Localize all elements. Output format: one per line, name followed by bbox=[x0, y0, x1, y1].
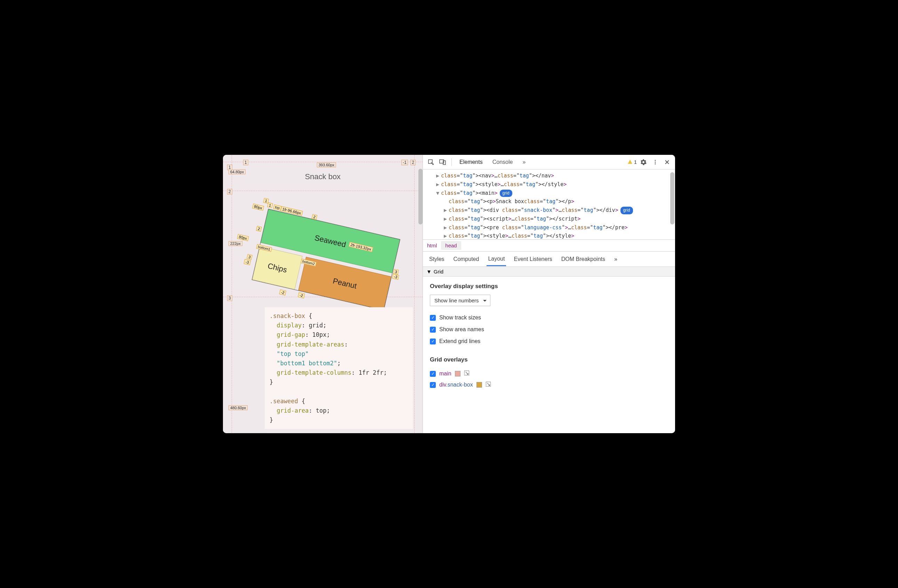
breadcrumb: html head bbox=[423, 240, 675, 252]
preview-scrollbar[interactable] bbox=[418, 169, 423, 225]
reveal-icon[interactable] bbox=[464, 370, 469, 377]
tree-node[interactable]: ▶class="tag"><style>…class="tag"></style… bbox=[423, 232, 675, 240]
overlay-row-main: ✓ main bbox=[430, 368, 668, 379]
grid-line-number: 3 bbox=[247, 254, 252, 260]
subtab-layout[interactable]: Layout bbox=[487, 252, 506, 266]
overlay-row-snack-box: ✓ div.snack-box bbox=[430, 379, 668, 390]
grid-section-body: Overlay display settings Show line numbe… bbox=[423, 277, 675, 397]
grid-line-number: 2 bbox=[227, 189, 232, 194]
crumb-html[interactable]: html bbox=[423, 241, 441, 250]
subtab-styles[interactable]: Styles bbox=[428, 253, 446, 265]
tree-node[interactable]: ▶class="tag"><script>…class="tag"></scri… bbox=[423, 215, 675, 223]
overlay-label[interactable]: div.snack-box bbox=[439, 382, 473, 388]
grid-line-number: -2 bbox=[298, 292, 304, 299]
color-swatch[interactable] bbox=[477, 382, 482, 388]
grid-measure: 480.60px bbox=[229, 405, 248, 410]
grid-measure: 222px bbox=[229, 241, 242, 246]
grid-line-number: 2 bbox=[411, 160, 416, 165]
grid-line-number: 1 bbox=[243, 160, 248, 165]
grid-measure: 393.60px bbox=[317, 163, 336, 167]
subtab-event-listeners[interactable]: Event Listeners bbox=[512, 253, 554, 265]
styles-subtabs: Styles Computed Layout Event Listeners D… bbox=[423, 252, 675, 267]
inspect-icon[interactable] bbox=[426, 157, 436, 167]
tree-node[interactable]: ▶class="tag"><div class="snack-box">…cla… bbox=[423, 206, 675, 215]
tree-node[interactable]: class="tag"><p>Snack boxclass="tag"></p> bbox=[423, 197, 675, 206]
grid-area-label: top bbox=[273, 205, 281, 211]
warning-count: 1 bbox=[634, 159, 637, 165]
page-preview: 1 -1 2 1 2 3 393.60px 64.80px 222px 480.… bbox=[223, 155, 423, 433]
grid-line-number: 3 bbox=[227, 296, 232, 301]
grid-section-header[interactable]: ▼ Grid bbox=[423, 267, 675, 277]
grid-measure: 80px bbox=[252, 203, 264, 211]
svg-point-3 bbox=[655, 160, 656, 161]
overlay-label[interactable]: main bbox=[439, 371, 451, 377]
section-title: Grid bbox=[434, 269, 443, 274]
devtools-panel: Elements Console » 1 ▶class="tag"><nav>…… bbox=[423, 155, 675, 433]
checkbox-icon: ✓ bbox=[430, 327, 436, 332]
tab-elements[interactable]: Elements bbox=[455, 157, 487, 167]
devtools-toolbar: Elements Console » 1 bbox=[423, 155, 675, 169]
grid-line-number: -1 bbox=[401, 160, 408, 165]
grid-line-number: 2 bbox=[312, 214, 318, 220]
warning-badge[interactable]: 1 bbox=[627, 159, 637, 165]
snack-box-grid: Seaweed Chips Peanut 1 1 top 1fr·96.66px… bbox=[252, 209, 400, 310]
css-code-block: .snack-box { display: grid; grid-gap: 10… bbox=[264, 307, 413, 429]
tab-more[interactable]: » bbox=[518, 157, 530, 167]
checkbox-icon: ✓ bbox=[430, 315, 436, 321]
grid-overlays-heading: Grid overlays bbox=[430, 356, 668, 363]
tree-node[interactable]: ▶class="tag"><style>…class="tag"></style… bbox=[423, 180, 675, 189]
check-label: Show track sizes bbox=[439, 314, 481, 321]
subtab-more[interactable]: » bbox=[613, 253, 619, 265]
subtab-computed[interactable]: Computed bbox=[452, 253, 481, 265]
reveal-icon[interactable] bbox=[486, 381, 491, 388]
svg-point-4 bbox=[655, 162, 656, 163]
check-label: Extend grid lines bbox=[439, 338, 480, 345]
kebab-menu-icon[interactable] bbox=[650, 157, 660, 167]
tree-node[interactable]: ▶class="tag"><nav>…class="tag"></nav> bbox=[423, 171, 675, 180]
device-toggle-icon[interactable] bbox=[438, 157, 448, 167]
page-title: Snack box bbox=[305, 172, 341, 181]
grid-line-number: -3 bbox=[392, 274, 399, 280]
disclosure-triangle-icon: ▼ bbox=[426, 269, 432, 274]
grid-line-number: -3 bbox=[244, 259, 251, 265]
devtools-window: 1 -1 2 1 2 3 393.60px 64.80px 222px 480.… bbox=[223, 155, 675, 433]
grid-cell-chips: Chips bbox=[252, 246, 303, 289]
grid-line-number: -2 bbox=[279, 289, 286, 296]
checkbox-icon[interactable]: ✓ bbox=[430, 382, 436, 388]
check-show-track-sizes[interactable]: ✓ Show track sizes bbox=[430, 312, 668, 323]
grid-line-number: 2 bbox=[256, 226, 262, 232]
check-extend-grid-lines[interactable]: ✓ Extend grid lines bbox=[430, 336, 668, 347]
checkbox-icon: ✓ bbox=[430, 339, 436, 345]
elements-tree[interactable]: ▶class="tag"><nav>…class="tag"></nav>▶cl… bbox=[423, 169, 675, 240]
grid-measure: 80px bbox=[237, 234, 249, 241]
tree-node[interactable]: ▼class="tag"><main>grid bbox=[423, 189, 675, 198]
checkbox-icon[interactable]: ✓ bbox=[430, 371, 436, 377]
svg-rect-2 bbox=[443, 161, 446, 165]
tab-console[interactable]: Console bbox=[488, 157, 517, 167]
svg-point-5 bbox=[655, 163, 656, 164]
check-label: Show area names bbox=[439, 326, 484, 332]
check-show-area-names[interactable]: ✓ Show area names bbox=[430, 323, 668, 336]
tree-node[interactable]: ▶class="tag"><pre class="language-css">…… bbox=[423, 223, 675, 232]
crumb-head[interactable]: head bbox=[441, 241, 461, 250]
subtab-dom-breakpoints[interactable]: DOM Breakpoints bbox=[560, 253, 607, 265]
overlay-settings-heading: Overlay display settings bbox=[430, 283, 668, 290]
line-numbers-dropdown[interactable]: Show line numbers bbox=[430, 295, 491, 306]
color-swatch[interactable] bbox=[455, 371, 460, 376]
grid-line-number: 1 bbox=[267, 203, 273, 208]
close-icon[interactable] bbox=[662, 157, 672, 167]
settings-icon[interactable] bbox=[638, 157, 649, 167]
grid-measure: 64.80px bbox=[229, 169, 246, 174]
tree-scrollbar[interactable] bbox=[670, 172, 674, 225]
